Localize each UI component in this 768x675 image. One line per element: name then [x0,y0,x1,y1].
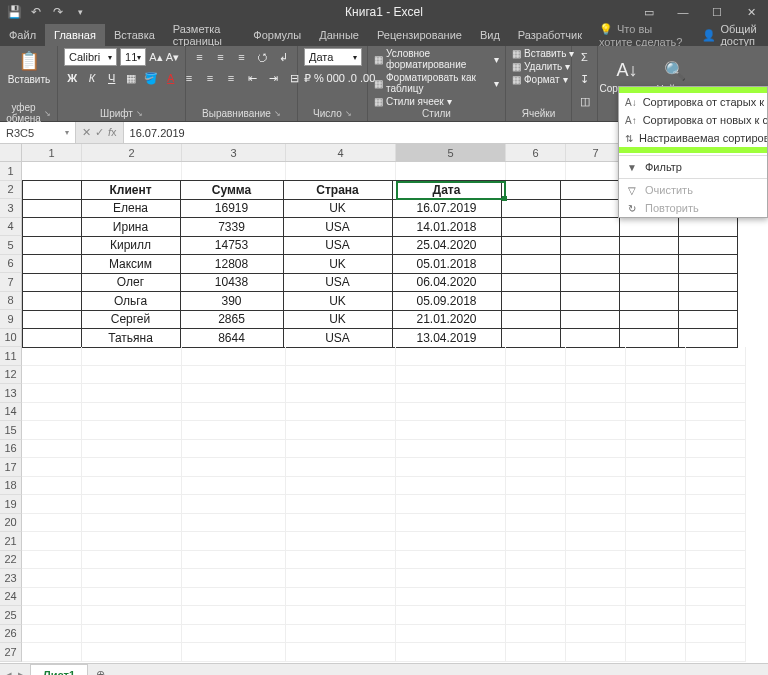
cell-styles-button[interactable]: ▦ Стили ячеек ▾ [374,96,452,107]
cell[interactable]: Сумма [180,180,284,200]
next-sheet-icon[interactable]: ▸ [18,668,24,675]
dialog-launcher-icon[interactable]: ↘ [136,109,143,118]
cell[interactable]: Елена [81,199,181,219]
cell[interactable] [686,532,746,551]
row-header[interactable]: 27 [0,643,22,662]
cell[interactable] [396,588,506,607]
cell[interactable] [686,588,746,607]
cell[interactable] [82,643,182,662]
cell[interactable] [686,403,746,422]
cell[interactable] [626,384,686,403]
cell[interactable] [182,569,286,588]
row-header[interactable]: 18 [0,477,22,496]
cell[interactable] [686,495,746,514]
cell[interactable] [626,532,686,551]
qat-more-icon[interactable]: ▾ [70,2,90,22]
cell[interactable] [396,495,506,514]
cell[interactable]: Сергей [81,310,181,330]
cell[interactable] [22,236,82,256]
cell[interactable] [501,180,561,200]
cell[interactable] [560,273,620,293]
cell[interactable] [182,162,286,181]
cell[interactable] [22,625,82,644]
cell[interactable] [566,532,626,551]
cell[interactable] [566,440,626,459]
cell[interactable]: Дата [392,180,502,200]
cell[interactable] [566,625,626,644]
cell[interactable] [396,347,506,366]
cell[interactable] [182,588,286,607]
cell[interactable] [396,514,506,533]
cell[interactable]: Клиент [81,180,181,200]
row-header[interactable]: 1 [0,162,22,181]
cell[interactable] [286,403,396,422]
cell[interactable] [566,403,626,422]
cell[interactable] [686,440,746,459]
cell[interactable] [678,236,738,256]
fx-icon[interactable]: fx [108,126,117,139]
cell[interactable]: 12808 [180,254,284,274]
cell[interactable] [82,606,182,625]
cell[interactable]: 14753 [180,236,284,256]
dialog-launcher-icon[interactable]: ↘ [44,109,51,118]
cell[interactable]: Олег [81,273,181,293]
cell[interactable] [286,643,396,662]
cell[interactable] [619,254,679,274]
cell[interactable] [82,551,182,570]
col-header[interactable]: 1 [22,144,82,161]
borders-icon[interactable]: ▦ [123,69,140,87]
cell[interactable] [560,310,620,330]
cell[interactable] [501,236,561,256]
row-header[interactable]: 10 [0,329,22,348]
cell[interactable] [686,514,746,533]
cell[interactable] [560,291,620,311]
align-top-icon[interactable]: ≡ [191,48,209,66]
dialog-launcher-icon[interactable]: ↘ [345,109,352,118]
cell[interactable] [22,199,82,219]
currency-icon[interactable]: ₽ [304,69,311,87]
cell[interactable] [506,588,566,607]
cell[interactable] [501,217,561,237]
cell[interactable] [182,625,286,644]
cell[interactable] [501,291,561,311]
cell[interactable] [626,421,686,440]
cell[interactable]: USA [283,273,393,293]
cell[interactable] [22,162,82,181]
cell[interactable]: USA [283,236,393,256]
cell[interactable] [286,532,396,551]
cell[interactable] [626,477,686,496]
close-icon[interactable]: ✕ [734,0,768,24]
underline-icon[interactable]: Ч [103,69,120,87]
cell[interactable] [506,403,566,422]
cell[interactable] [506,532,566,551]
col-header[interactable]: 6 [506,144,566,161]
cell[interactable] [626,440,686,459]
cell[interactable] [566,458,626,477]
cell[interactable] [182,458,286,477]
ribbon-opts-icon[interactable]: ▭ [632,0,666,24]
cell[interactable]: 14.01.2018 [392,217,502,237]
cell[interactable] [626,551,686,570]
row-header[interactable]: 19 [0,495,22,514]
cell[interactable]: Ольга [81,291,181,311]
cell[interactable] [82,458,182,477]
row-header[interactable]: 8 [0,292,22,311]
cell[interactable]: Татьяна [81,328,181,348]
cell[interactable]: Кирилл [81,236,181,256]
cell[interactable] [686,551,746,570]
cell[interactable] [182,477,286,496]
row-header[interactable]: 13 [0,384,22,403]
cell[interactable] [619,273,679,293]
cell[interactable] [396,366,506,385]
cell[interactable] [566,606,626,625]
cell[interactable] [396,477,506,496]
cell[interactable] [82,384,182,403]
cell[interactable] [566,514,626,533]
cell[interactable] [182,347,286,366]
row-header[interactable]: 22 [0,551,22,570]
cell[interactable] [566,347,626,366]
name-box[interactable]: R3C5▾ [0,122,76,143]
cell[interactable]: Ирина [81,217,181,237]
col-header[interactable]: 5 [396,144,506,161]
cell[interactable] [396,551,506,570]
